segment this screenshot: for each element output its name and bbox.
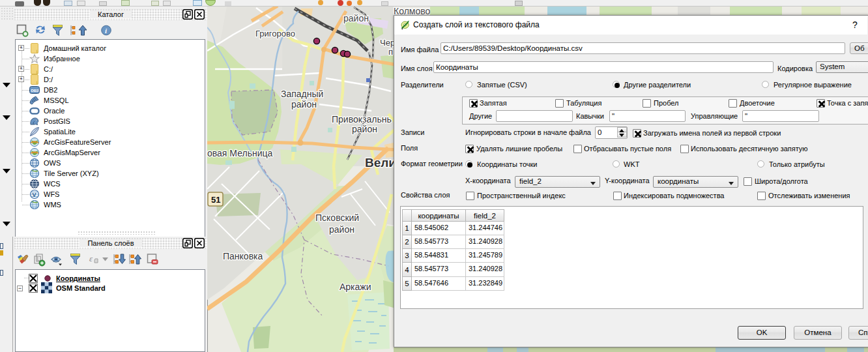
svg-text:район: район (352, 124, 377, 134)
svg-text:Григорово: Григорово (255, 29, 295, 38)
svg-text:51: 51 (211, 195, 220, 205)
svg-text:Псковский: Псковский (315, 213, 359, 223)
svg-text:п: п (388, 47, 393, 57)
svg-text:район: район (291, 99, 317, 110)
svg-text:ε: ε (89, 254, 93, 263)
svg-text:Чер: Чер (380, 38, 395, 48)
svg-text:Панковка: Панковка (223, 251, 263, 261)
svg-text:район: район (343, 13, 369, 23)
svg-text:Привокзальнь: Привокзальнь (332, 114, 392, 125)
svg-text:овая Мельница: овая Мельница (207, 148, 272, 158)
svg-text:Вели: Вели (365, 156, 396, 169)
svg-text:Аркажи: Аркажи (340, 282, 371, 292)
svg-text:район: район (329, 224, 354, 235)
svg-text:Западный: Западный (281, 89, 323, 99)
